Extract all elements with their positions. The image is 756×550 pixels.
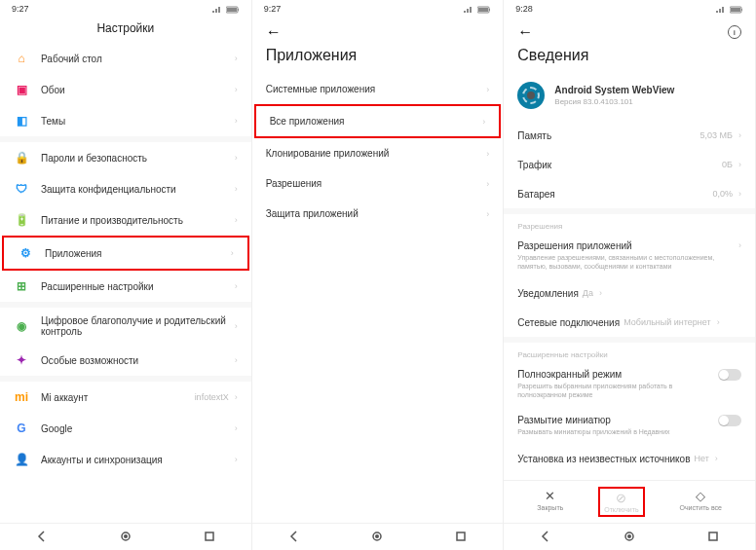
battery-icon bbox=[226, 4, 240, 14]
settings-item[interactable]: 🔋Питание и производительность› bbox=[0, 204, 251, 236]
back-button[interactable]: ← bbox=[517, 23, 533, 41]
svg-point-4 bbox=[124, 534, 128, 538]
ic-google-icon: G bbox=[14, 421, 29, 436]
apps-item[interactable]: Клонирование приложений› bbox=[252, 138, 504, 168]
item-value: 0,0% bbox=[712, 189, 733, 199]
settings-item[interactable]: miMi аккаунтinfotextX› bbox=[0, 382, 251, 413]
ic-access-icon: ✦ bbox=[14, 352, 29, 368]
status-bar: 9:27 bbox=[252, 0, 504, 18]
settings-item[interactable]: ✦Особые возможности› bbox=[0, 345, 251, 376]
header: ← bbox=[252, 18, 504, 45]
nav-back[interactable] bbox=[36, 529, 48, 546]
chevron-right-icon: › bbox=[715, 454, 718, 463]
nav-home[interactable] bbox=[371, 529, 383, 546]
nav-recent[interactable] bbox=[707, 529, 719, 546]
settings-item[interactable]: ◧Темы› bbox=[0, 105, 251, 136]
chevron-right-icon: › bbox=[486, 85, 489, 94]
settings-item[interactable]: 👤Аккаунты и синхронизация› bbox=[0, 444, 251, 475]
advanced-item[interactable]: Установка из неизвестных источниковНет› bbox=[504, 444, 755, 473]
chevron-right-icon: › bbox=[235, 321, 238, 331]
settings-item[interactable]: ⚙Приложения› bbox=[2, 236, 249, 271]
item-label: Установка из неизвестных источников bbox=[517, 454, 690, 464]
time: 9:27 bbox=[264, 4, 282, 14]
chevron-right-icon: › bbox=[717, 317, 720, 327]
nav-home[interactable] bbox=[120, 529, 132, 546]
nav-recent[interactable] bbox=[455, 529, 467, 546]
item-label: Аккаунты и синхронизация bbox=[41, 455, 229, 465]
svg-rect-14 bbox=[741, 9, 742, 11]
ic-apps-icon: ⚙ bbox=[18, 245, 33, 261]
item-value: 0Б bbox=[722, 160, 733, 169]
svg-rect-2 bbox=[238, 9, 239, 11]
item-label: Разрешения bbox=[266, 178, 481, 189]
item-value: Да bbox=[583, 288, 593, 298]
chevron-right-icon: › bbox=[235, 455, 238, 464]
action-label: Закрыть bbox=[537, 504, 563, 511]
toggle-switch[interactable] bbox=[718, 369, 741, 381]
info-button[interactable]: i bbox=[728, 25, 741, 39]
nav-back[interactable] bbox=[540, 529, 551, 546]
action-button[interactable]: ◇Очистить все bbox=[676, 487, 726, 517]
apps-item[interactable]: Все приложения› bbox=[254, 104, 502, 138]
stat-item[interactable]: Память5,03 МБ› bbox=[504, 121, 755, 150]
nav-home[interactable] bbox=[624, 529, 635, 546]
back-button[interactable]: ← bbox=[266, 23, 282, 41]
ic-lock-icon: 🔒 bbox=[14, 150, 29, 165]
action-label: Очистить все bbox=[680, 504, 722, 511]
settings-item[interactable]: ⊞Расширенные настройки› bbox=[0, 271, 251, 302]
item-label: Системные приложения bbox=[266, 84, 481, 94]
item-label: Полноэкранный режим bbox=[517, 369, 718, 380]
item-label: Цифровое благополучие и родительский кон… bbox=[41, 315, 229, 337]
apps-panel: 9:27 ← Приложения Системные приложения›В… bbox=[252, 0, 505, 550]
apps-item[interactable]: Системные приложения› bbox=[252, 74, 504, 104]
item-label: Все приложения bbox=[270, 116, 477, 127]
stat-item[interactable]: Трафик0Б› bbox=[504, 150, 755, 179]
app-icon bbox=[517, 82, 545, 109]
signal-icon bbox=[212, 4, 222, 14]
chevron-right-icon: › bbox=[235, 184, 238, 194]
ic-wall-icon: ▣ bbox=[14, 82, 29, 97]
settings-item[interactable]: ⌂Рабочий стол› bbox=[0, 43, 251, 74]
status-indicators bbox=[716, 4, 743, 14]
apps-item[interactable]: Разрешения› bbox=[252, 168, 504, 199]
action-button[interactable]: ✕Закрыть bbox=[533, 487, 567, 517]
ic-mi-icon: mi bbox=[14, 389, 29, 405]
settings-item[interactable]: GGoogle› bbox=[0, 413, 251, 444]
settings-item[interactable]: 🔒Пароли и безопасность› bbox=[0, 142, 251, 173]
ic-shield-icon: 🛡 bbox=[14, 181, 29, 197]
svg-rect-7 bbox=[478, 8, 488, 12]
advanced-item[interactable]: Полноэкранный режимРазрешить выбранным п… bbox=[504, 361, 755, 407]
apps-item[interactable]: Защита приложений› bbox=[252, 199, 504, 229]
chevron-right-icon: › bbox=[235, 281, 238, 291]
permission-item[interactable]: УведомленияДа› bbox=[504, 278, 755, 308]
item-sublabel: Разрешить выбранным приложениям работать… bbox=[517, 382, 718, 399]
settings-panel: 9:27 Настройки ⌂Рабочий стол›▣Обои›◧Темы… bbox=[0, 0, 252, 550]
item-label: Приложения bbox=[45, 248, 225, 259]
nav-back[interactable] bbox=[288, 529, 300, 546]
nav-bar bbox=[252, 523, 504, 550]
permission-item[interactable]: Сетевые подключенияМобильный интернет› bbox=[504, 308, 755, 337]
svg-rect-5 bbox=[206, 532, 213, 540]
status-indicators bbox=[464, 4, 491, 14]
chevron-right-icon: › bbox=[738, 130, 741, 140]
svg-rect-11 bbox=[457, 532, 465, 540]
ic-home-icon: ⌂ bbox=[14, 51, 29, 66]
settings-item[interactable]: ▣Обои› bbox=[0, 74, 251, 105]
action-button[interactable]: ⊘Отключить bbox=[598, 487, 644, 517]
settings-item[interactable]: 🛡Защита конфиденциальности› bbox=[0, 173, 251, 204]
stat-item[interactable]: Батарея0,0%› bbox=[504, 179, 755, 208]
chevron-right-icon: › bbox=[599, 288, 602, 298]
svg-rect-8 bbox=[489, 9, 490, 11]
settings-item[interactable]: ◉Цифровое благополучие и родительский ко… bbox=[0, 308, 251, 345]
nav-recent[interactable] bbox=[204, 529, 215, 546]
ic-wellbeing-icon: ◉ bbox=[14, 318, 29, 334]
item-sublabel: Размывать миниатюры приложений в Недавни… bbox=[517, 427, 718, 436]
advanced-item[interactable]: Размытие миниатюрРазмывать миниатюры при… bbox=[504, 407, 755, 444]
app-details-panel: 9:28 ← i Сведения Android System WebView… bbox=[504, 0, 756, 550]
chevron-right-icon: › bbox=[486, 179, 489, 189]
chevron-right-icon: › bbox=[235, 153, 238, 163]
permission-item[interactable]: Разрешения приложенийУправление разрешен… bbox=[504, 233, 755, 278]
toggle-switch[interactable] bbox=[718, 415, 741, 426]
action-icon: ⊘ bbox=[616, 491, 626, 505]
chevron-right-icon: › bbox=[235, 54, 238, 63]
